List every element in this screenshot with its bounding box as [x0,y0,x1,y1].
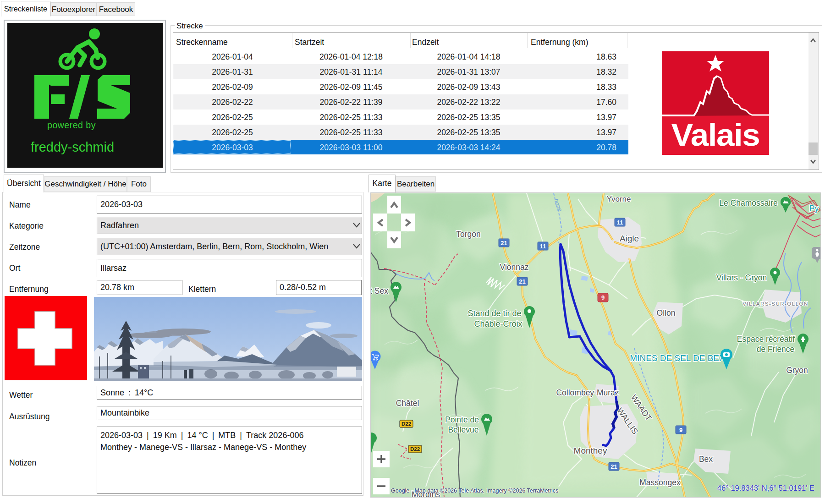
svg-text:de Frience: de Frience [757,345,795,354]
svg-text:Aigle: Aigle [620,234,639,243]
svg-text:Stand de tir de: Stand de tir de [468,309,521,318]
svg-text:11: 11 [617,219,623,226]
svg-text:Ollon: Ollon [657,308,676,318]
svg-text:t Sex: t Sex [371,286,388,296]
svg-text:Châtel: Châtel [396,399,419,408]
svg-text:21: 21 [610,463,617,470]
svg-text:9: 9 [601,294,605,301]
svg-text:Villars - Gryon: Villars - Gryon [716,273,767,282]
svg-text:freddy-schmid: freddy-schmid [31,140,114,154]
svg-text:Massongex: Massongex [639,478,681,487]
svg-text:21: 21 [519,278,525,285]
svg-text:powered by: powered by [47,120,96,130]
svg-text:VILLARS-SUR-OLLON: VILLARS-SUR-OLLON [742,301,808,307]
svg-text:Bex: Bex [699,455,713,464]
svg-text:21: 21 [500,240,507,247]
svg-text:Vionnaz: Vionnaz [500,263,529,272]
svg-text:Pointe de: Pointe de [445,415,479,424]
svg-text:46° 19.8343' N,6° 51.0191' E: 46° 19.8343' N,6° 51.0191' E [717,484,814,492]
svg-text:D22: D22 [410,446,420,452]
svg-text:Espace récréatif: Espace récréatif [737,334,795,344]
svg-text:9: 9 [679,427,682,433]
svg-text:Le Chamossaire: Le Chamossaire [719,198,777,208]
svg-text:D22: D22 [402,421,411,427]
svg-text:11: 11 [540,243,546,250]
svg-text:Collombey-Muraz: Collombey-Muraz [556,388,619,397]
svg-text:Châble-Croix: Châble-Croix [474,319,522,329]
svg-text:Py: Py [809,204,819,213]
svg-text:Yvorne: Yvorne [607,195,631,203]
svg-text:Monthey: Monthey [574,446,607,455]
svg-text:Valais: Valais [671,117,759,153]
svg-text:MINES DE SEL DE BEX: MINES DE SEL DE BEX [630,353,725,363]
svg-text:Bellevue: Bellevue [448,425,478,434]
svg-text:Gryon: Gryon [786,366,808,375]
svg-text:Google - Map data ©2026 Tele A: Google - Map data ©2026 Tele Atlas, Imag… [391,488,558,494]
svg-text:Torgon: Torgon [456,230,481,239]
